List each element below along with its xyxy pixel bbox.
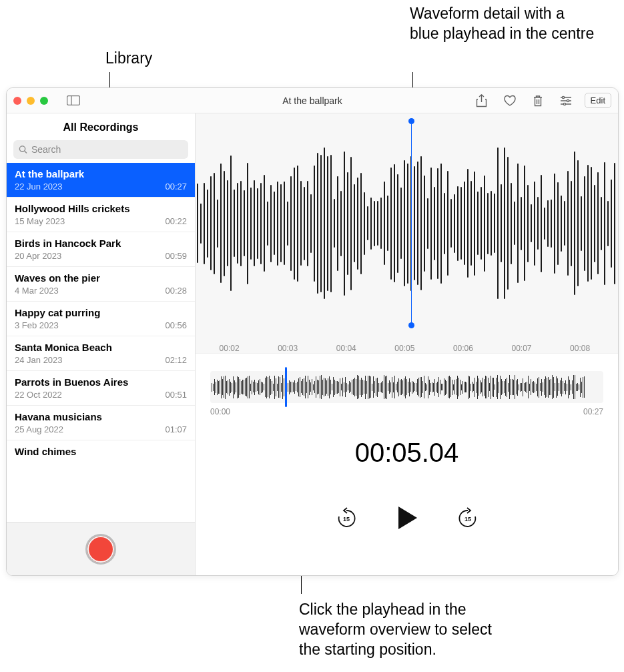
app-window: At the ballpark [6,87,619,576]
recording-date: 4 Mar 2023 [15,286,59,296]
overview-start-time: 00:00 [210,407,230,416]
skip-back-15-button[interactable]: 15 [336,507,357,529]
svg-point-6 [567,99,569,101]
recording-item[interactable]: At the ballpark22 Jun 202300:27 [7,163,195,198]
recording-title: Waves on the pier [15,272,187,284]
window-title: At the ballpark [282,95,342,106]
time-tick: 00:07 [511,344,531,353]
recording-item[interactable]: Santa Monica Beach24 Jan 202302:12 [7,336,195,371]
waveform-overview[interactable] [210,371,603,403]
search-icon [19,145,27,154]
recordings-list: At the ballpark22 Jun 202300:27Hollywood… [7,163,195,522]
svg-point-7 [563,103,565,105]
svg-text:15: 15 [464,516,471,523]
recording-title: Parrots in Buenos Aires [15,376,187,388]
overview-end-time: 00:27 [583,407,603,416]
window-close-button[interactable] [13,97,21,105]
play-button[interactable] [396,505,418,531]
overview-playhead[interactable] [285,367,287,407]
edit-button[interactable]: Edit [585,93,611,108]
time-tick: 00:04 [336,344,356,353]
search-field[interactable] [13,140,188,159]
recording-duration: 00:51 [165,390,187,400]
recording-title: Santa Monica Beach [15,342,187,353]
recording-title: Hollywood Hills crickets [15,203,187,214]
recording-duration: 02:12 [165,355,187,365]
main-area: 00:0200:0300:0400:0500:0600:0700:08 00:0… [196,113,618,575]
window-minimize-button[interactable] [27,97,35,105]
sidebar-toggle-button[interactable] [67,94,80,107]
recording-duration: 00:59 [165,251,187,261]
callout-library: Library [105,49,152,69]
recording-date: 25 Aug 2022 [15,424,63,434]
recording-item[interactable]: Parrots in Buenos Aires22 Oct 202200:51 [7,371,195,406]
time-tick: 00:05 [394,344,414,353]
svg-text:15: 15 [342,516,349,523]
options-button[interactable] [559,94,573,107]
recording-item[interactable]: Birds in Hancock Park20 Apr 202300:59 [7,232,195,267]
toolbar-right: Edit [475,93,611,108]
sidebar-header: All Recordings [7,113,195,140]
time-tick: 00:08 [570,344,590,353]
playhead-detail[interactable] [411,121,412,325]
recording-item[interactable]: Happy cat purring3 Feb 202300:56 [7,302,195,336]
recording-date: 20 Apr 2023 [15,251,61,261]
svg-point-8 [19,146,25,151]
callout-waveform-detail: Waveform detail with a blue playhead in … [410,4,597,44]
playback-controls: 15 15 [196,505,618,531]
recording-duration: 00:27 [165,182,187,192]
traffic-lights [13,97,48,105]
recording-date: 15 May 2023 [15,216,65,226]
skip-forward-15-button[interactable]: 15 [457,507,479,529]
recording-item[interactable]: Waves on the pier4 Mar 202300:28 [7,267,195,302]
recording-duration: 00:56 [165,320,187,330]
window-zoom-button[interactable] [40,97,48,105]
share-button[interactable] [475,94,489,107]
recording-item[interactable]: Wind chimes [7,440,195,460]
overview-times: 00:00 00:27 [210,407,603,416]
recording-title: Birds in Hancock Park [15,238,187,249]
search-input[interactable] [31,144,183,155]
waveform-detail[interactable]: 00:0200:0300:0400:0500:0600:0700:08 [196,113,618,354]
recording-item[interactable]: Hollywood Hills crickets15 May 202300:22 [7,198,195,232]
record-area [7,522,195,575]
recording-title: Happy cat purring [15,307,187,318]
recording-duration: 00:22 [165,216,187,226]
recording-duration: 00:28 [165,286,187,296]
recording-item[interactable]: Havana musicians25 Aug 202201:07 [7,406,195,440]
svg-rect-0 [67,96,80,105]
time-tick: 00:02 [220,344,240,353]
svg-line-9 [25,151,27,153]
callout-overview-hint: Click the playhead in the waveform overv… [299,600,513,660]
recording-title: Wind chimes [15,446,187,457]
sidebar: All Recordings At the ballpark22 Jun 202… [7,113,196,575]
recording-date: 22 Oct 2022 [15,390,62,400]
favorite-button[interactable] [503,94,517,107]
time-tick: 00:06 [453,344,473,353]
titlebar: At the ballpark [7,88,618,113]
svg-point-5 [562,96,564,98]
time-tick: 00:03 [278,344,298,353]
recording-date: 22 Jun 2023 [15,182,63,192]
recording-title: At the ballpark [15,168,187,180]
recording-date: 3 Feb 2023 [15,320,59,330]
recording-title: Havana musicians [15,411,187,422]
recording-duration: 01:07 [165,424,187,434]
time-counter: 00:05.04 [196,438,618,468]
record-button[interactable] [85,534,116,565]
recording-date: 24 Jan 2023 [15,355,63,365]
trash-button[interactable] [531,94,545,107]
